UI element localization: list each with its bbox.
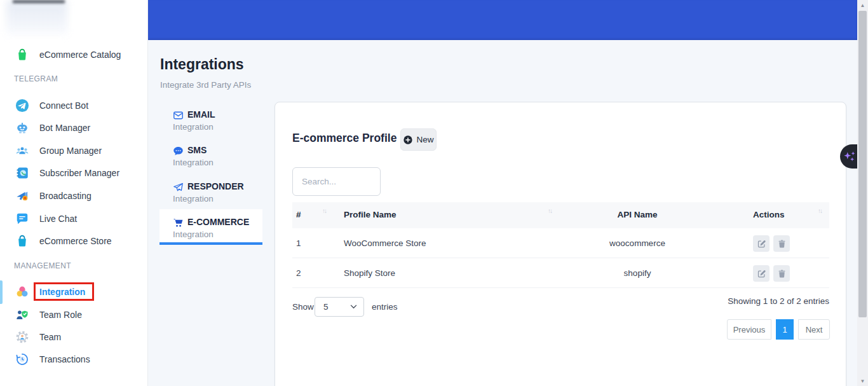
page-subtitle: Integrate 3rd Party APIs bbox=[160, 80, 251, 90]
sidebar-item-bot-manager[interactable]: Bot Manager bbox=[0, 118, 148, 138]
subnav-subtitle: Integration bbox=[173, 158, 214, 167]
row-api-name: woocommerce bbox=[590, 238, 685, 248]
sidebar-item-integration[interactable]: Integration bbox=[0, 282, 148, 302]
trash-icon bbox=[777, 239, 787, 249]
edit-button[interactable] bbox=[753, 235, 770, 252]
column-header-profile-name[interactable]: Profile Name bbox=[344, 210, 397, 219]
app-screen: eCommerce Catalog TELEGRAM Connect Bot B… bbox=[0, 0, 868, 386]
sidebar-item-ecommerce-store[interactable]: eCommerce Store bbox=[0, 231, 148, 251]
sidebar-item-label: Live Chat bbox=[39, 214, 77, 224]
row-api-name: shopify bbox=[590, 268, 685, 278]
sidebar-item-broadcasting[interactable]: Broadcasting bbox=[0, 186, 148, 206]
row-profile-name: WooCommerce Store bbox=[344, 238, 426, 248]
sidebar-item-label: eCommerce Catalog bbox=[39, 50, 121, 60]
sidebar-item-label: Broadcasting bbox=[39, 191, 92, 201]
sparkles-icon bbox=[843, 149, 857, 164]
column-header-api-name[interactable]: API Name bbox=[590, 210, 685, 219]
next-page-button[interactable]: Next bbox=[798, 319, 830, 340]
column-header-actions[interactable]: Actions bbox=[753, 210, 785, 219]
table-summary: Showing 1 to 2 of 2 entries bbox=[728, 296, 829, 306]
trash-icon bbox=[777, 269, 787, 279]
sidebar-item-ecommerce-catalog[interactable]: eCommerce Catalog bbox=[0, 45, 148, 65]
robot-icon bbox=[15, 121, 29, 135]
new-profile-button[interactable]: New bbox=[400, 128, 437, 151]
sidebar-item-group-manager[interactable]: Group Manager bbox=[0, 141, 148, 161]
integration-circles-icon bbox=[15, 285, 29, 299]
sidebar-item-label: Team Role bbox=[39, 310, 82, 320]
sidebar-item-team[interactable]: Team bbox=[0, 327, 148, 347]
shopping-bag-green-icon bbox=[15, 48, 29, 62]
subnav-title: RESPONDER bbox=[187, 181, 244, 191]
group-icon bbox=[15, 144, 29, 158]
page-size-value: 5 bbox=[323, 302, 350, 312]
sms-icon bbox=[173, 146, 184, 156]
sidebar-section-management: MANAGEMENT bbox=[14, 261, 71, 270]
sidebar-item-label: eCommerce Store bbox=[39, 236, 112, 246]
subnav-title: E-COMMERCE bbox=[187, 217, 249, 227]
role-shield-icon bbox=[15, 308, 29, 322]
sidebar-item-label: Subscriber Manager bbox=[39, 168, 119, 178]
edit-pencil-icon bbox=[757, 239, 766, 249]
sidebar-section-telegram: TELEGRAM bbox=[14, 74, 58, 83]
team-gear-icon bbox=[15, 330, 29, 344]
sidebar-item-team-role[interactable]: Team Role bbox=[0, 305, 148, 325]
shopping-bag-blue-icon bbox=[15, 234, 29, 248]
sidebar-item-label: Integration bbox=[39, 287, 85, 297]
table-row: 2 Shopify Store shopify bbox=[292, 258, 829, 288]
subnav-title: SMS bbox=[187, 145, 207, 155]
sidebar-item-label: Bot Manager bbox=[39, 123, 90, 133]
row-number: 2 bbox=[296, 268, 301, 278]
sidebar: eCommerce Catalog TELEGRAM Connect Bot B… bbox=[0, 0, 148, 386]
panel-title: E-commerce Profile bbox=[292, 132, 397, 145]
row-profile-name: Shopify Store bbox=[344, 268, 395, 278]
subnav-active-underline bbox=[159, 242, 262, 245]
previous-page-button[interactable]: Previous bbox=[727, 319, 771, 340]
chevron-down-icon bbox=[350, 305, 357, 309]
cart-icon bbox=[173, 217, 184, 228]
plus-circle-icon bbox=[403, 135, 413, 145]
sidebar-item-connect-bot[interactable]: Connect Bot bbox=[0, 95, 148, 116]
paper-plane-icon bbox=[173, 182, 184, 193]
delete-button[interactable] bbox=[773, 235, 790, 252]
sort-icon[interactable]: ↑↓ bbox=[322, 207, 326, 214]
telegram-icon bbox=[15, 99, 29, 113]
sort-icon[interactable]: ↑↓ bbox=[548, 207, 552, 214]
app-logo-blur bbox=[13, 0, 65, 3]
topbar bbox=[148, 0, 857, 40]
delete-button[interactable] bbox=[773, 265, 790, 282]
row-number: 1 bbox=[296, 238, 301, 248]
search-input[interactable] bbox=[292, 167, 381, 196]
sidebar-item-live-chat[interactable]: Live Chat bbox=[0, 209, 148, 229]
app-logo bbox=[6, 0, 67, 34]
page-title: Integrations bbox=[160, 56, 244, 73]
edit-pencil-icon bbox=[757, 269, 766, 279]
transactions-history-icon bbox=[15, 352, 29, 366]
page-scrollbar[interactable]: ▲ ▼ bbox=[857, 0, 868, 386]
subnav-subtitle: Integration bbox=[173, 194, 214, 203]
megaphone-icon bbox=[15, 189, 29, 203]
column-header-num[interactable]: # bbox=[296, 210, 301, 219]
sidebar-item-subscriber-manager[interactable]: Subscriber Manager bbox=[0, 163, 148, 183]
new-button-label: New bbox=[416, 135, 433, 144]
subnav-title: EMAIL bbox=[187, 109, 215, 120]
current-page-button[interactable]: 1 bbox=[776, 319, 794, 340]
sort-icon[interactable]: ↑↓ bbox=[818, 207, 822, 214]
show-label: Show bbox=[292, 302, 314, 312]
page-size-select[interactable]: 5 bbox=[315, 297, 364, 317]
scrollbar-up-arrow[interactable]: ▲ bbox=[857, 0, 868, 10]
sidebar-item-transactions[interactable]: Transactions bbox=[0, 349, 148, 369]
table-row: 1 WooCommerce Store woocommerce bbox=[292, 228, 829, 258]
sidebar-item-label: Connect Bot bbox=[39, 100, 88, 111]
chat-bubble-icon bbox=[15, 212, 29, 226]
edit-button[interactable] bbox=[753, 265, 770, 282]
sidebar-item-label: Transactions bbox=[39, 354, 90, 364]
subnav-subtitle: Integration bbox=[173, 122, 214, 132]
scrollbar-down-arrow[interactable]: ▼ bbox=[857, 376, 868, 386]
table-header: # ↑↓ Profile Name ↑↓ API Name Actions ↑↓ bbox=[292, 202, 829, 228]
subnav-subtitle: Integration bbox=[173, 230, 214, 239]
sidebar-item-label: Group Manager bbox=[39, 146, 102, 156]
scrollbar-thumb[interactable] bbox=[858, 11, 867, 317]
entries-label: entries bbox=[372, 302, 398, 312]
email-icon bbox=[173, 110, 184, 121]
contact-book-icon bbox=[15, 166, 29, 180]
